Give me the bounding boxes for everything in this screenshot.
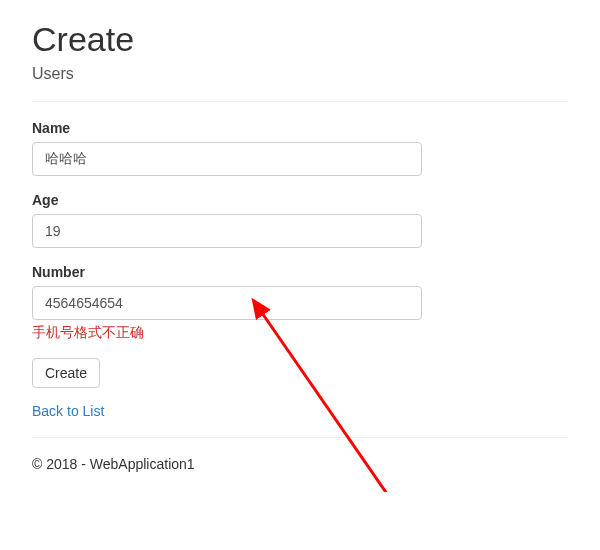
page-title: Create (32, 20, 568, 59)
footer-text: © 2018 - WebApplication1 (32, 456, 568, 472)
page-subtitle: Users (32, 65, 568, 83)
back-to-list-link[interactable]: Back to List (32, 403, 104, 419)
create-button[interactable]: Create (32, 358, 100, 388)
number-input[interactable] (32, 286, 422, 320)
name-input[interactable] (32, 142, 422, 176)
divider-top (32, 101, 568, 102)
age-input[interactable] (32, 214, 422, 248)
age-label: Age (32, 192, 568, 208)
number-label: Number (32, 264, 568, 280)
number-error: 手机号格式不正确 (32, 324, 568, 342)
name-label: Name (32, 120, 568, 136)
divider-bottom (32, 437, 568, 438)
